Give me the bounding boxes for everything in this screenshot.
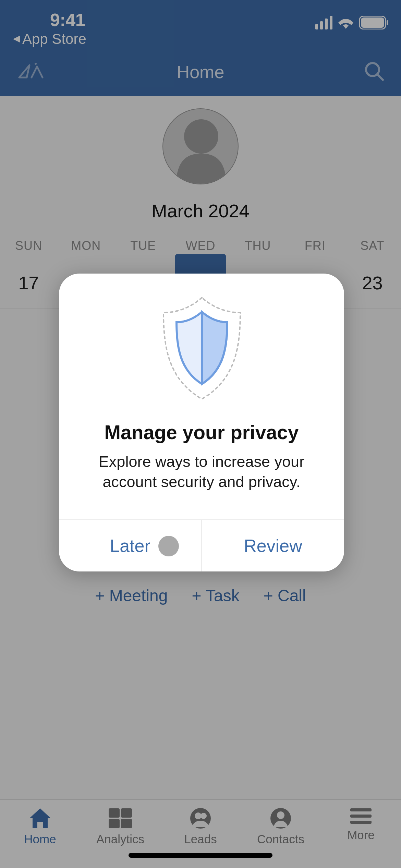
modal-title: Manage your privacy <box>104 421 299 444</box>
touch-indicator-icon <box>158 536 179 556</box>
privacy-modal: Manage your privacy Explore ways to incr… <box>59 274 344 571</box>
modal-review-button[interactable]: Review <box>202 520 344 571</box>
shield-icon <box>158 296 245 402</box>
modal-later-label: Later <box>110 535 150 556</box>
modal-subtitle: Explore ways to increase your account se… <box>80 452 324 492</box>
modal-review-label: Review <box>244 535 302 556</box>
modal-later-button[interactable]: Later <box>59 520 202 571</box>
